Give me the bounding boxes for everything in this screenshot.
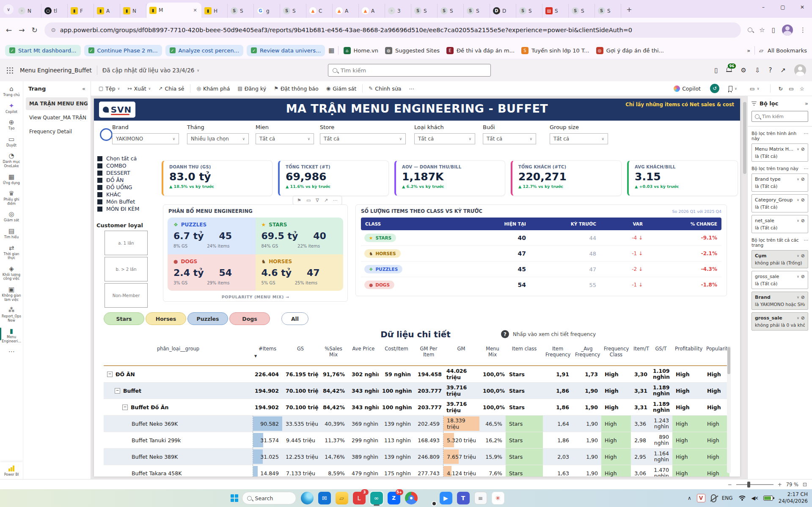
filter-chip-all[interactable]: All [281, 312, 308, 325]
favorite-star-icon[interactable]: ☆ [800, 85, 804, 92]
taskbar-search[interactable]: Search [242, 492, 296, 504]
browser-tab[interactable]: SS [280, 4, 306, 18]
comment-icon[interactable]: ▭ [789, 85, 794, 92]
browser-tab[interactable]: ◦N [15, 4, 41, 18]
copilot-button[interactable]: Copilot [670, 85, 704, 92]
eraser-icon[interactable]: ⊘ [801, 315, 805, 321]
chevron-down-icon[interactable]: ∨ [797, 219, 799, 223]
filter-chip-puzzles[interactable]: Puzzles [187, 312, 228, 325]
taskbar-icon-lark[interactable]: L3 [352, 491, 366, 505]
matrix-row[interactable]: Buffet Neko 369K90.58233.535 triệu40,39%… [104, 416, 729, 432]
matrix-row[interactable]: Buffet Neko 389K31.02512.253 triệu14,76%… [104, 449, 729, 465]
browser-tab[interactable]: ◦3 [385, 4, 411, 18]
section-more-icon[interactable]: ⋯ [804, 131, 809, 141]
matrix-column-header[interactable]: GS [282, 345, 319, 353]
matrix-column-header[interactable]: Profitability [672, 345, 704, 353]
sidebar-item-kh-ng-gian-l-m-vi-c[interactable]: ▣Không gian làm việc [0, 284, 23, 304]
filter-card[interactable]: Brand type∨⊘là (Tất cả) [751, 174, 808, 192]
collapse-icon[interactable]: − [115, 388, 120, 394]
browser-tab[interactable]: Gg [254, 4, 280, 18]
account-avatar[interactable] [794, 64, 806, 76]
bookmark-apps-icon[interactable]: ▦ [328, 47, 334, 54]
collapse-icon[interactable]: − [107, 372, 113, 377]
chevron-down-icon[interactable]: ∨ [797, 275, 799, 278]
taskbar-icon-notepad[interactable]: ≡ [473, 491, 488, 505]
legend-checkbox-item[interactable]: COMBO [97, 162, 139, 169]
chevron-down-icon[interactable]: ∨ [797, 198, 799, 202]
sidebar-item-copilot[interactable]: ✦Copilot [0, 100, 23, 117]
matrix-row[interactable]: −Buffet Đồ Ăn194.90270.100 triệu84,42%34… [104, 399, 729, 416]
customer-loyal-option[interactable]: a. 1 lần [105, 231, 148, 255]
slicer-dropdown[interactable]: Tất cả∨ [414, 133, 475, 144]
zoom-in-button[interactable]: + [778, 482, 782, 488]
matrix-column-header[interactable]: %Sales Mix [319, 345, 348, 359]
language-indicator[interactable]: ENG [722, 495, 733, 501]
matrix-column-header[interactable]: GM [443, 345, 479, 353]
chevron-down-icon[interactable]: ∨ [797, 316, 799, 320]
matrix-column-header[interactable]: Menu Mix [479, 345, 506, 359]
toolbar-ch-nh-s-a[interactable]: ✎Chỉnh sửa [365, 85, 405, 92]
matrix-column-header[interactable]: Frequency Class [601, 345, 631, 359]
sidebar-item-more[interactable]: ⋯ [0, 346, 23, 358]
taskbar-icon-butterfly-app[interactable]: ∞ [369, 491, 384, 505]
matrix-row[interactable]: −ĐỒ ĂN226.40476.195 triệu91,76%302 nghìn… [104, 366, 729, 383]
bookmark-pill[interactable]: ✓Continue Phase 2 m... [84, 45, 162, 56]
battery-icon[interactable] [763, 496, 773, 501]
browser-tab[interactable]: SS [595, 4, 621, 18]
matrix-column-header[interactable]: Popularity [704, 345, 729, 353]
bookmark-item[interactable]: ◎Gợi ý đáp án đề thi... [595, 47, 666, 54]
start-button[interactable] [231, 494, 238, 502]
matrix-column-header[interactable]: GS/T [650, 345, 672, 353]
comment-icon[interactable]: ▭ [306, 198, 311, 203]
site-info-icon[interactable]: ⊙ [51, 27, 56, 33]
mouse-settings-icon[interactable] [711, 494, 716, 502]
report-page-tab[interactable]: View Quater_MA TRẬN ... [26, 111, 88, 124]
slicer-dropdown[interactable]: Tất cả∨ [550, 133, 608, 144]
matrix-column-header[interactable]: #Items▼ [253, 345, 282, 353]
toolbar-more-options[interactable]: ⋯ [405, 85, 418, 92]
slicer-dropdown[interactable]: Tất cả∨ [320, 133, 406, 144]
eraser-icon[interactable]: ⊘ [801, 253, 805, 259]
browser-menu-icon[interactable]: ⋮ [800, 26, 806, 34]
taskbar-icon-edge[interactable] [300, 491, 314, 505]
refresh-icon[interactable]: ↻ [778, 85, 782, 92]
table-scrollbar[interactable] [727, 346, 731, 473]
legend-checkbox-item[interactable]: ĐỒ ĂN [97, 176, 139, 184]
bookmark-star-icon[interactable]: ☆ [759, 26, 765, 34]
wifi-icon[interactable] [738, 496, 746, 501]
browser-tab[interactable]: ▮F [68, 4, 94, 18]
slicer-dropdown[interactable]: Tất cả∨ [483, 133, 536, 144]
legend-checkbox-item[interactable]: KHÁC [97, 191, 139, 198]
filter-card[interactable]: gross_sale∨⊘là (Tất cả) [751, 271, 808, 289]
slicer-dropdown[interactable]: Tất cả∨ [256, 133, 314, 144]
taskbar-icon-zalo[interactable]: Z5+ [387, 491, 401, 505]
browser-tab[interactable]: ▲C [306, 4, 333, 18]
collapse-pages-icon[interactable]: « [82, 85, 85, 92]
class-table-row[interactable]: ★STARS4044-4 ↓-9.1% [361, 230, 721, 246]
filter-card[interactable]: Menu Matrix HTML ...∨⊘là (Tất cả) [751, 143, 808, 162]
sidebar-item-phi-u-ghi-i-m[interactable]: ♛Phiếu ghi điểm [0, 187, 23, 208]
browser-tab[interactable]: ▤S [542, 4, 569, 18]
new-tab-button[interactable]: + [624, 4, 635, 15]
help-circle-icon[interactable]: ? [501, 330, 509, 338]
browser-tab[interactable]: ▲A [333, 4, 359, 18]
close-button[interactable]: ✕ [793, 0, 812, 14]
quadrant-stars[interactable]: ★STARS69.5 tỷ4084% GS22% items [256, 218, 344, 254]
bookmark-pill[interactable]: ✓Analyze cost percen... [165, 45, 244, 56]
report-page-tab[interactable]: MA TRẬN MENU ENGI... [26, 97, 88, 110]
sidebar-item-kh-i-l-ng-c-ng-vi-c[interactable]: ◈Khối lượng công việc [0, 263, 23, 284]
filter-chip-horses[interactable]: Horses [146, 312, 186, 325]
more-options-icon[interactable]: ⋯ [333, 198, 338, 203]
matrix-column-header[interactable]: phân_loại__group [104, 345, 253, 353]
filter-card[interactable]: net_sale∨⊘là (Tất cả) [751, 215, 808, 233]
chevron-down-icon[interactable]: ∨ [797, 177, 799, 181]
eraser-icon[interactable]: ⊘ [801, 218, 805, 223]
filter-card[interactable]: Category_Group∨⊘là (Tất cả) [751, 194, 808, 212]
bookmark-pill[interactable]: ✓Review data univers... [247, 45, 325, 56]
toolbar-chia-s-[interactable]: ↗Chia sẻ [155, 85, 187, 92]
browser-tab[interactable]: SS [228, 4, 254, 18]
sidebar-item-th-i-gian-th-c[interactable]: ⇄Thời gian thực [0, 242, 23, 263]
chevron-down-icon[interactable]: ∨ [197, 69, 199, 72]
matrix-row[interactable]: −Buffet194.90270.100 triệu84,42%343 nghì… [104, 383, 729, 399]
matrix-column-header[interactable]: GM Per Item [414, 345, 443, 359]
